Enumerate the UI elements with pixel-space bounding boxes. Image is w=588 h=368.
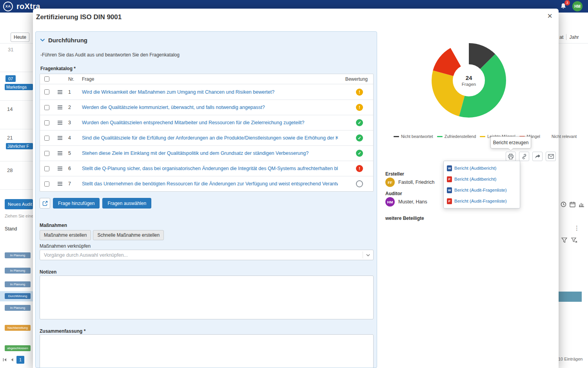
massnahmen-buttons: Maßnahme erstellen Schnelle Maßnahme ers… bbox=[40, 230, 164, 240]
view-toggle-month[interactable]: at bbox=[559, 34, 563, 40]
drag-handle-icon[interactable] bbox=[58, 135, 62, 141]
row-checkbox[interactable] bbox=[44, 181, 49, 187]
select-questions-button[interactable]: Fragen auswählen bbox=[102, 198, 151, 208]
question-number: 6 bbox=[67, 166, 80, 171]
question-row: 6Stellt die Q-Planung sicher, dass bei o… bbox=[40, 161, 373, 176]
zusammenfassung-textarea[interactable] bbox=[40, 334, 374, 368]
close-icon[interactable]: × bbox=[547, 12, 552, 20]
open-external-button[interactable] bbox=[40, 198, 50, 208]
question-link[interactable]: Wurden den Qualitätszielen entsprechend … bbox=[82, 120, 304, 125]
pdf-file-icon: P bbox=[447, 198, 452, 204]
more-options-icon[interactable]: ⋮ bbox=[574, 225, 580, 232]
row-checkbox[interactable] bbox=[44, 105, 49, 110]
report-menu-item[interactable]: PBericht (Auditbericht) bbox=[444, 174, 520, 185]
link-measures-select[interactable]: Vorgänge durch Auswahl verknüpfen... bbox=[40, 250, 374, 260]
add-question-button[interactable]: Frage hinzufügen bbox=[53, 198, 100, 208]
question-row: 2Werden die Qualitätsziele kommuniziert,… bbox=[40, 100, 373, 115]
auditor-row: HM Muster, Hans bbox=[385, 197, 427, 207]
create-measure-button[interactable]: Maßnahme erstellen bbox=[40, 230, 91, 240]
report-menu-item[interactable]: WBericht (Auditbericht) bbox=[444, 163, 520, 174]
select-placeholder: Vorgänge durch Auswahl verknüpfen... bbox=[44, 252, 128, 258]
table-header-row: Nr. Frage Bewertung bbox=[40, 74, 373, 84]
ersteller-label: Ersteller bbox=[385, 171, 404, 177]
link-icon bbox=[521, 154, 527, 160]
catalog-rows: 1Wird die Wirksamkeit der Maßnahmen zum … bbox=[40, 84, 373, 191]
row-checkbox[interactable] bbox=[44, 136, 49, 141]
question-link[interactable]: Werden die Qualitätsziele kommuniziert, … bbox=[82, 105, 265, 110]
report-menu-item[interactable]: WBericht (Audit-Fragenliste) bbox=[444, 185, 520, 196]
filter-icons bbox=[561, 237, 577, 243]
drag-handle-icon[interactable] bbox=[58, 150, 62, 156]
question-row: 4Sind die Qualitätsziele für die Erfüllu… bbox=[40, 130, 373, 145]
filter-icon[interactable] bbox=[561, 237, 567, 243]
email-button[interactable] bbox=[546, 152, 556, 161]
chevron-down-icon bbox=[366, 254, 370, 256]
report-label: Bericht (Audit-Fragenliste) bbox=[454, 199, 507, 203]
drag-handle-icon[interactable] bbox=[58, 120, 62, 125]
rating-none-icon bbox=[356, 180, 363, 187]
report-label: Bericht (Audit-Fragenliste) bbox=[454, 188, 507, 192]
column-nr: Nr. bbox=[67, 76, 80, 82]
report-menu: WBericht (Auditbericht)PBericht (Auditbe… bbox=[443, 161, 520, 208]
drag-handle-icon[interactable] bbox=[58, 105, 62, 110]
row-checkbox[interactable] bbox=[44, 151, 49, 156]
legend-label: Zufriedenstellend bbox=[445, 134, 476, 139]
row-checkbox[interactable] bbox=[44, 166, 49, 171]
legend-label: Nicht beantwortet bbox=[401, 134, 433, 139]
clock-icon[interactable] bbox=[561, 201, 566, 207]
legend-marker bbox=[437, 136, 443, 137]
rating-warn-icon: ! bbox=[356, 104, 363, 111]
catalog-buttons: Frage hinzufügen Fragen auswählen bbox=[40, 198, 151, 208]
durchfuehrung-panel: Durchführung -Führen Sie das Audit aus u… bbox=[35, 31, 377, 368]
row-checkbox[interactable] bbox=[44, 89, 49, 94]
select-all-checkbox[interactable] bbox=[44, 76, 49, 82]
question-number: 3 bbox=[67, 120, 80, 125]
report-panel: 24 Fragen Nicht beantwortetZufriedenstel… bbox=[378, 31, 559, 368]
legend-marker bbox=[394, 136, 399, 137]
ersteller-avatar: FF bbox=[385, 178, 395, 187]
clear-filter-icon[interactable] bbox=[571, 237, 577, 243]
calendar-icon[interactable] bbox=[570, 201, 575, 207]
question-number: 4 bbox=[67, 135, 80, 141]
question-link[interactable]: Sind die Qualitätsziele für die Erfüllun… bbox=[82, 135, 338, 141]
row-checkbox[interactable] bbox=[44, 120, 49, 125]
envelope-icon bbox=[548, 154, 554, 159]
notizen-textarea[interactable] bbox=[40, 276, 374, 319]
section-header[interactable]: Durchführung bbox=[40, 37, 87, 44]
link-button[interactable] bbox=[519, 152, 529, 161]
pdf-file-icon: P bbox=[447, 176, 452, 182]
view-toggle: at Jahr bbox=[559, 34, 579, 40]
chart-icon[interactable] bbox=[579, 201, 584, 207]
quick-create-measure-button[interactable]: Schnelle Maßnahme erstellen bbox=[93, 230, 164, 240]
question-number: 7 bbox=[67, 181, 80, 187]
column-bewertung: Bewertung bbox=[338, 76, 373, 82]
massnahmen-label: Maßnahmen bbox=[40, 223, 67, 228]
legend-item: Zufriedenstellend bbox=[437, 134, 476, 139]
ersteller-row: FF Fastoll, Friedrich bbox=[385, 178, 434, 187]
user-avatar[interactable]: HM bbox=[572, 1, 583, 11]
drag-handle-icon[interactable] bbox=[58, 166, 62, 171]
question-link[interactable]: Stehen diese Ziele im Einklang mit der Q… bbox=[82, 150, 309, 156]
drag-handle-icon[interactable] bbox=[58, 181, 62, 187]
column-frage: Frage bbox=[80, 76, 338, 82]
logo-xa-mark: XA bbox=[3, 2, 13, 11]
ersteller-name: Fastoll, Friedrich bbox=[398, 179, 434, 185]
question-row: 3Wurden den Qualitätszielen entsprechend… bbox=[40, 115, 373, 130]
question-link[interactable]: Wird die Wirksamkeit der Maßnahmen zum U… bbox=[82, 89, 274, 95]
view-toggle-year[interactable]: Jahr bbox=[569, 34, 579, 40]
header-divider bbox=[559, 43, 588, 44]
print-button[interactable] bbox=[506, 152, 516, 161]
notifications-button[interactable]: 3 bbox=[560, 3, 567, 10]
share-button[interactable] bbox=[532, 152, 543, 161]
external-link-icon bbox=[42, 201, 48, 206]
drag-handle-icon[interactable] bbox=[58, 89, 62, 95]
question-number: 5 bbox=[67, 150, 80, 156]
question-link[interactable]: Stellt das Unternehmen die benötigten Re… bbox=[82, 181, 338, 187]
legend-label: Nicht relevant bbox=[552, 134, 577, 139]
section-title: Durchführung bbox=[48, 37, 87, 44]
donut-chart bbox=[432, 43, 506, 118]
printer-icon bbox=[508, 154, 514, 160]
question-link[interactable]: Stellt die Q-Planung sicher, dass bei or… bbox=[82, 166, 338, 171]
report-menu-item[interactable]: PBericht (Audit-Fragenliste) bbox=[444, 196, 520, 207]
background-table-row bbox=[559, 292, 582, 302]
